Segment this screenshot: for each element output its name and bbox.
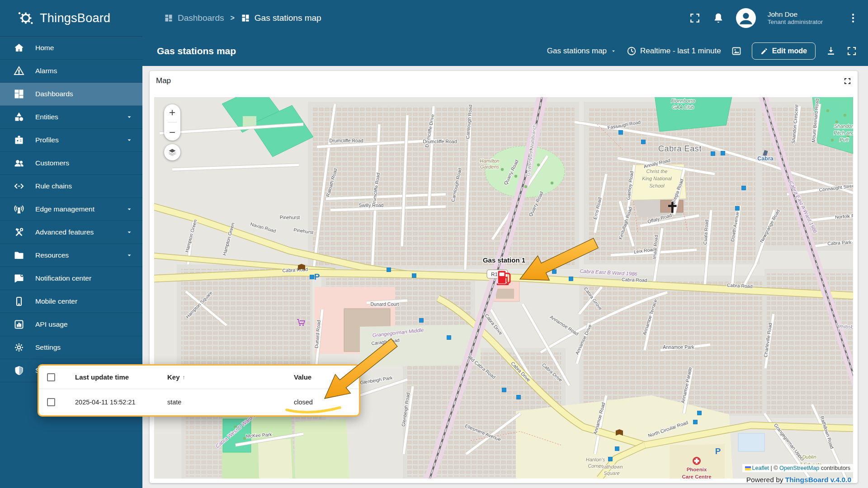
ukraine-flag-icon [745,466,751,470]
sidebar-item-label: Home [35,44,54,52]
widget-title: Map [156,76,171,85]
cell-key: state [167,399,294,406]
powered-by: Powered by ThingsBoard v.4.0.0 [746,476,851,484]
dashboard-image-icon[interactable] [731,46,742,56]
notifications-bell-icon[interactable] [712,12,724,24]
sidebar-item-advanced-features[interactable]: Advanced features [0,221,142,244]
column-value[interactable]: Value [294,373,359,381]
avatar[interactable] [736,8,756,28]
map-label: Hanlon's [586,457,605,462]
map-label: School [649,183,665,188]
user-role: Tenant administrator [768,19,823,26]
user-name: John Doe [768,10,823,19]
dash-icon [14,89,24,99]
map-point-marker [502,388,506,392]
map-point-marker [387,268,391,272]
ent-icon [14,112,24,122]
download-icon[interactable] [826,46,836,56]
map-layers-button[interactable] [164,144,180,160]
user-info[interactable]: John Doe Tenant administrator [768,10,823,26]
zoom-in-button[interactable]: + [169,106,175,119]
dashboard-toolbar: Gas stations map Gas stations map Realti… [142,36,868,66]
sidebar-item-customers[interactable]: Customers [0,152,142,175]
map-point-marker [698,411,702,415]
map-point-marker [310,275,314,279]
sidebar-nav: HomeAlarmsDashboardsEntitiesProfilesCust… [0,36,142,488]
sidebar-item-dashboards[interactable]: Dashboards [0,83,142,106]
fullscreen-icon[interactable] [846,46,857,56]
select-all-checkbox[interactable] [47,373,55,381]
sidebar-item-rule-chains[interactable]: Rule chains [0,175,142,198]
sidebar-item-label: Dashboards [35,90,73,98]
sidebar-item-profiles[interactable]: Profiles [0,129,142,152]
dashboard-state-select[interactable]: Gas stations map [547,47,617,56]
breadcrumb-current[interactable]: Gas stations map [241,13,321,23]
table-row[interactable]: 2025-04-11 15:52:21 state closed [39,389,359,415]
timewindow-button[interactable]: Realtime - last 1 minute [627,46,721,56]
breadcrumb-dashboards[interactable]: Dashboards [164,13,224,23]
map-widget-card: Map [150,71,858,483]
sort-ascending-icon: ↑ [183,374,186,380]
map-label: GAA Club [672,104,694,110]
leaflet-map[interactable]: Drumcliffe DriveCarnlough RoadCarnlough … [154,97,853,479]
chevron-down-icon [126,206,132,212]
dashboard-icon [241,14,250,23]
hospital-icon [693,457,701,465]
dashboard-icon [164,14,173,23]
map-label: Christ the [646,169,667,174]
sidebar-item-resources[interactable]: Resources [0,244,142,267]
sidebar-item-home[interactable]: Home [0,37,142,60]
thingsboard-logo[interactable]: ThingsBoard [17,9,130,27]
sidebar-item-mobile-center[interactable]: Mobile center [0,290,142,313]
sidebar-item-settings[interactable]: Settings [0,336,142,359]
map-label: Rathdown [600,464,623,469]
gas-station-label: Gas station 1 [483,256,525,264]
map-label: Dunard Court [370,301,399,307]
sidebar-item-api-usage[interactable]: API usage [0,313,142,336]
sidebar-item-entities[interactable]: Entities [0,106,142,129]
cell-last-update-time: 2025-04-11 15:52:21 [75,399,167,406]
thingsboard-version-link[interactable]: ThingsBoard v.4.0.0 [785,476,851,483]
map-label: King National [642,176,672,181]
map-point-marker [569,277,573,281]
shield-icon [14,365,24,376]
sidebar-item-notification-center[interactable]: Notification center [0,267,142,290]
column-last-update-time[interactable]: Last update time [75,373,167,381]
map-label: Care Centre [682,474,711,479]
map-label: Drumcliffe Road [423,139,457,144]
map-label: Cabra [757,155,774,162]
fullscreen-icon[interactable] [689,12,701,24]
widget-fullscreen-icon[interactable] [844,77,851,85]
map-label: Hamilton [480,158,499,164]
map-zoom-control: + − [164,104,180,141]
cell-value: closed [294,399,359,406]
leaflet-link[interactable]: Leaflet [752,465,769,471]
map-point-marker [615,447,619,451]
alarm-icon [14,66,24,76]
app-header: ThingsBoard Dashboards > Gas stations ma… [0,0,868,36]
sidebar-item-label: Rule chains [35,182,72,190]
map-label: Square [604,470,619,476]
chevron-down-icon [126,229,132,235]
sidebar-item-alarms[interactable]: Alarms [0,60,142,83]
edit-mode-button[interactable]: Edit mode [752,42,816,60]
chevron-down-icon [610,48,617,54]
sidebar-item-label: Alarms [35,67,57,75]
map-point-marker [742,186,746,190]
map-label: Fionnborro [671,98,695,103]
osm-link[interactable]: OpenStreetMap [779,465,819,471]
map-point-marker [609,457,613,461]
person-icon [736,8,756,28]
chevron-down-icon [126,252,132,258]
kebab-menu-icon[interactable] [851,12,855,24]
sidebar-item-label: Settings [35,343,61,352]
sidebar-item-edge-management[interactable]: Edge management [0,198,142,221]
map-point-marker [420,319,424,323]
map-label: Swilly Road [359,202,384,208]
zoom-out-button[interactable]: − [169,126,175,139]
column-key[interactable]: Key ↑ [167,373,294,381]
row-checkbox[interactable] [47,398,55,406]
parking-icon: P [314,272,320,282]
map-label: Annamoe Park [663,344,694,350]
rule-icon [14,181,24,192]
